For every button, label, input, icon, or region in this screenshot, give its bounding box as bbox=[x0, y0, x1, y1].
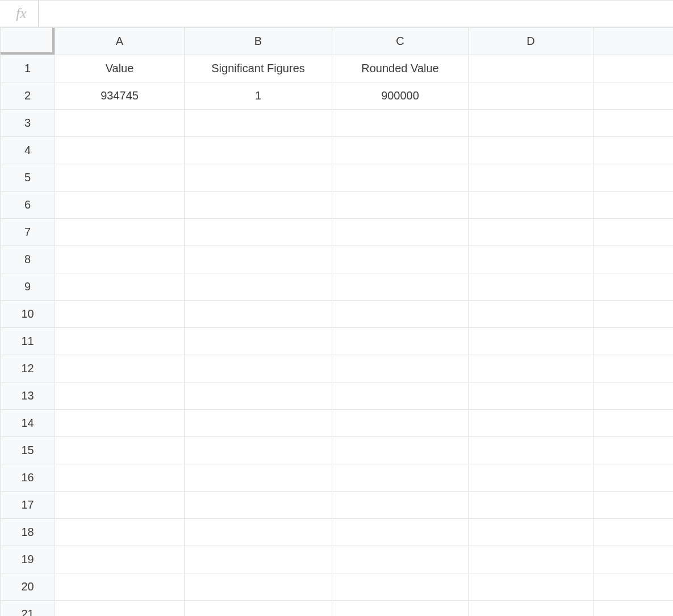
row-header-12[interactable]: 12 bbox=[1, 355, 55, 382]
column-header-C[interactable]: C bbox=[332, 28, 469, 55]
cell[interactable] bbox=[332, 137, 469, 164]
cell[interactable] bbox=[55, 328, 185, 355]
cell[interactable] bbox=[593, 519, 674, 546]
cell[interactable] bbox=[593, 573, 674, 601]
cell[interactable] bbox=[55, 301, 185, 328]
row-header-1[interactable]: 1 bbox=[1, 55, 55, 82]
cell[interactable]: Significant Figures bbox=[185, 55, 332, 82]
cell[interactable] bbox=[185, 573, 332, 601]
cell[interactable] bbox=[593, 192, 674, 219]
cell[interactable]: Rounded Value bbox=[332, 55, 469, 82]
cell[interactable] bbox=[185, 301, 332, 328]
cell[interactable] bbox=[593, 82, 674, 110]
spreadsheet-grid[interactable]: A B C D 1ValueSignificant FiguresRounded… bbox=[0, 27, 673, 616]
cell[interactable] bbox=[55, 355, 185, 382]
cell[interactable] bbox=[593, 437, 674, 464]
row-header-21[interactable]: 21 bbox=[1, 601, 55, 617]
cell[interactable] bbox=[55, 382, 185, 410]
row-header-17[interactable]: 17 bbox=[1, 492, 55, 519]
cell[interactable] bbox=[185, 492, 332, 519]
row-header-8[interactable]: 8 bbox=[1, 246, 55, 273]
cell[interactable] bbox=[469, 219, 593, 246]
formula-input[interactable] bbox=[38, 1, 673, 27]
cell[interactable] bbox=[332, 301, 469, 328]
cell[interactable] bbox=[55, 546, 185, 573]
row-header-10[interactable]: 10 bbox=[1, 301, 55, 328]
cell[interactable] bbox=[469, 410, 593, 437]
cell[interactable] bbox=[469, 355, 593, 382]
cell[interactable] bbox=[469, 601, 593, 617]
cell[interactable] bbox=[55, 519, 185, 546]
cell[interactable] bbox=[185, 192, 332, 219]
cell[interactable] bbox=[332, 492, 469, 519]
cell[interactable] bbox=[55, 601, 185, 617]
cell[interactable] bbox=[332, 246, 469, 273]
cell[interactable] bbox=[332, 601, 469, 617]
cell[interactable] bbox=[185, 601, 332, 617]
cell[interactable] bbox=[593, 601, 674, 617]
row-header-16[interactable]: 16 bbox=[1, 464, 55, 492]
cell[interactable] bbox=[593, 301, 674, 328]
row-header-5[interactable]: 5 bbox=[1, 164, 55, 192]
cell[interactable] bbox=[593, 492, 674, 519]
column-header-B[interactable]: B bbox=[185, 28, 332, 55]
cell[interactable] bbox=[469, 464, 593, 492]
column-header-D[interactable]: D bbox=[469, 28, 593, 55]
cell[interactable] bbox=[55, 464, 185, 492]
cell[interactable] bbox=[55, 573, 185, 601]
cell[interactable] bbox=[469, 573, 593, 601]
cell[interactable] bbox=[55, 246, 185, 273]
cell[interactable] bbox=[55, 437, 185, 464]
cell[interactable] bbox=[55, 164, 185, 192]
cell[interactable] bbox=[185, 164, 332, 192]
cell[interactable] bbox=[332, 410, 469, 437]
cell[interactable] bbox=[593, 273, 674, 301]
cell[interactable] bbox=[332, 328, 469, 355]
column-header-A[interactable]: A bbox=[55, 28, 185, 55]
cell[interactable] bbox=[55, 192, 185, 219]
cell[interactable] bbox=[332, 273, 469, 301]
cell[interactable] bbox=[332, 355, 469, 382]
cell[interactable] bbox=[469, 82, 593, 110]
cell[interactable] bbox=[185, 110, 332, 137]
cell[interactable] bbox=[332, 546, 469, 573]
row-header-2[interactable]: 2 bbox=[1, 82, 55, 110]
row-header-18[interactable]: 18 bbox=[1, 519, 55, 546]
cell[interactable] bbox=[469, 492, 593, 519]
cell[interactable] bbox=[593, 137, 674, 164]
cell[interactable] bbox=[593, 464, 674, 492]
cell[interactable] bbox=[469, 519, 593, 546]
cell[interactable]: 900000 bbox=[332, 82, 469, 110]
cell[interactable] bbox=[185, 546, 332, 573]
cell[interactable] bbox=[55, 110, 185, 137]
cell[interactable] bbox=[332, 573, 469, 601]
cell[interactable] bbox=[593, 164, 674, 192]
cell[interactable] bbox=[593, 328, 674, 355]
row-header-14[interactable]: 14 bbox=[1, 410, 55, 437]
cell[interactable] bbox=[332, 437, 469, 464]
cell[interactable] bbox=[55, 219, 185, 246]
row-header-6[interactable]: 6 bbox=[1, 192, 55, 219]
cell[interactable] bbox=[593, 355, 674, 382]
cell[interactable] bbox=[185, 355, 332, 382]
cell[interactable] bbox=[185, 519, 332, 546]
cell[interactable] bbox=[469, 55, 593, 82]
row-header-3[interactable]: 3 bbox=[1, 110, 55, 137]
row-header-15[interactable]: 15 bbox=[1, 437, 55, 464]
cell[interactable] bbox=[593, 55, 674, 82]
cell[interactable] bbox=[332, 219, 469, 246]
cell[interactable] bbox=[469, 301, 593, 328]
column-header-E[interactable] bbox=[593, 28, 674, 55]
cell[interactable] bbox=[185, 382, 332, 410]
select-all-corner[interactable] bbox=[1, 28, 55, 55]
cell[interactable] bbox=[332, 110, 469, 137]
row-header-11[interactable]: 11 bbox=[1, 328, 55, 355]
cell[interactable] bbox=[469, 137, 593, 164]
cell[interactable] bbox=[55, 492, 185, 519]
cell[interactable] bbox=[332, 164, 469, 192]
cell[interactable] bbox=[332, 382, 469, 410]
cell[interactable] bbox=[332, 519, 469, 546]
cell[interactable] bbox=[55, 137, 185, 164]
row-header-9[interactable]: 9 bbox=[1, 273, 55, 301]
cell[interactable] bbox=[593, 246, 674, 273]
